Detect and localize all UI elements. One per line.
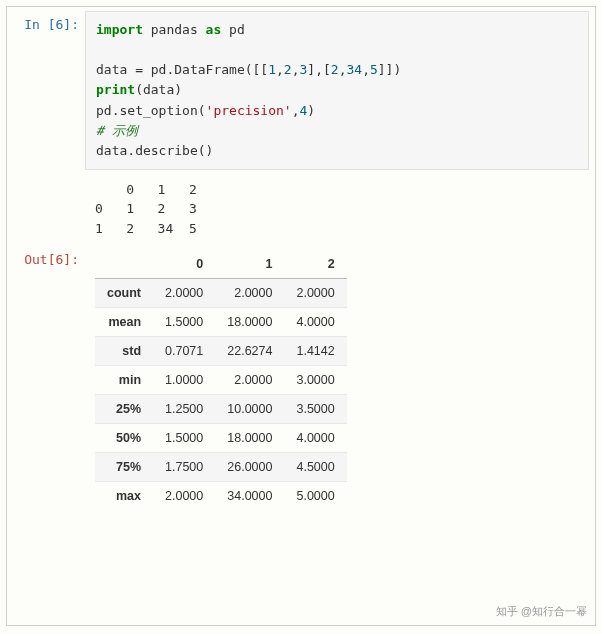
table-corner: [95, 250, 153, 279]
empty-prompt: [7, 174, 85, 184]
table-row: 75%1.750026.00004.5000: [95, 453, 347, 482]
code-token: 2: [331, 62, 339, 77]
table-cell: 1.7500: [153, 453, 215, 482]
table-cell: 1.0000: [153, 366, 215, 395]
in-prompt: In [6]:: [7, 7, 85, 32]
row-index: 75%: [95, 453, 153, 482]
code-token: pd.set_option(: [96, 103, 206, 118]
column-header: 0: [153, 250, 215, 279]
code-token: data = pd.DataFrame([[: [96, 62, 268, 77]
table-row: max2.000034.00005.0000: [95, 482, 347, 511]
table-cell: 1.4142: [284, 337, 346, 366]
table-row: count2.00002.00002.0000: [95, 279, 347, 308]
code-token: ,: [292, 103, 300, 118]
code-token: 2: [284, 62, 292, 77]
input-cell: In [6]: import pandas as pd data = pd.Da…: [7, 7, 595, 174]
row-index: count: [95, 279, 153, 308]
code-token: ,: [362, 62, 370, 77]
row-index: mean: [95, 308, 153, 337]
table-header-row: 0 1 2: [95, 250, 347, 279]
table-row: min1.00002.00003.0000: [95, 366, 347, 395]
code-token: pd: [221, 22, 244, 37]
code-token: 'precision': [206, 103, 292, 118]
code-token: (data): [135, 82, 182, 97]
code-token: ],[: [307, 62, 330, 77]
code-token: import: [96, 22, 143, 37]
table-cell: 1.2500: [153, 395, 215, 424]
code-token: as: [206, 22, 222, 37]
table-cell: 2.0000: [153, 279, 215, 308]
notebook-container: In [6]: import pandas as pd data = pd.Da…: [6, 6, 596, 626]
table-cell: 1.5000: [153, 424, 215, 453]
column-header: 2: [284, 250, 346, 279]
code-token: data.describe(): [96, 143, 213, 158]
table-cell: 18.0000: [215, 308, 284, 337]
table-cell: 4.5000: [284, 453, 346, 482]
stdout-line: 0 1 2 3: [95, 201, 197, 216]
table-cell: 3.0000: [284, 366, 346, 395]
code-comment: # 示例: [96, 123, 138, 138]
table-row: mean1.500018.00004.0000: [95, 308, 347, 337]
table-cell: 3.5000: [284, 395, 346, 424]
stdout-line: 1 2 34 5: [95, 221, 197, 236]
row-index: 25%: [95, 395, 153, 424]
table-cell: 34.0000: [215, 482, 284, 511]
watermark: 知乎 @知行合一幂: [496, 604, 587, 619]
row-index: max: [95, 482, 153, 511]
table-cell: 10.0000: [215, 395, 284, 424]
column-header: 1: [215, 250, 284, 279]
table-cell: 2.0000: [215, 366, 284, 395]
table-cell: 26.0000: [215, 453, 284, 482]
stdout-cell: 0 1 2 0 1 2 3 1 2 34 5: [7, 174, 595, 243]
table-cell: 2.0000: [284, 279, 346, 308]
code-token: 1: [268, 62, 276, 77]
output-cell: Out[6]: 0 1 2 count2.00002.00002.0000mea…: [7, 242, 595, 518]
code-token: pandas: [143, 22, 206, 37]
table-cell: 22.6274: [215, 337, 284, 366]
code-token: ,: [292, 62, 300, 77]
table-row: 50%1.500018.00004.0000: [95, 424, 347, 453]
code-token: print: [96, 82, 135, 97]
table-cell: 18.0000: [215, 424, 284, 453]
code-token: ): [307, 103, 315, 118]
code-token: ,: [276, 62, 284, 77]
table-cell: 4.0000: [284, 424, 346, 453]
table-cell: 4.0000: [284, 308, 346, 337]
table-cell: 0.7071: [153, 337, 215, 366]
table-row: std0.707122.62741.4142: [95, 337, 347, 366]
table-cell: 2.0000: [215, 279, 284, 308]
dataframe-output: 0 1 2 count2.00002.00002.0000mean1.50001…: [85, 242, 595, 518]
code-token: 34: [346, 62, 362, 77]
out-prompt: Out[6]:: [7, 242, 85, 267]
stdout-output: 0 1 2 0 1 2 3 1 2 34 5: [85, 174, 595, 243]
code-token: 5: [370, 62, 378, 77]
table-row: 25%1.250010.00003.5000: [95, 395, 347, 424]
code-token: ]]): [378, 62, 401, 77]
code-editor[interactable]: import pandas as pd data = pd.DataFrame(…: [85, 11, 589, 170]
table-cell: 1.5000: [153, 308, 215, 337]
row-index: min: [95, 366, 153, 395]
row-index: std: [95, 337, 153, 366]
describe-table: 0 1 2 count2.00002.00002.0000mean1.50001…: [95, 250, 347, 510]
stdout-line: 0 1 2: [95, 182, 197, 197]
table-cell: 2.0000: [153, 482, 215, 511]
row-index: 50%: [95, 424, 153, 453]
table-cell: 5.0000: [284, 482, 346, 511]
